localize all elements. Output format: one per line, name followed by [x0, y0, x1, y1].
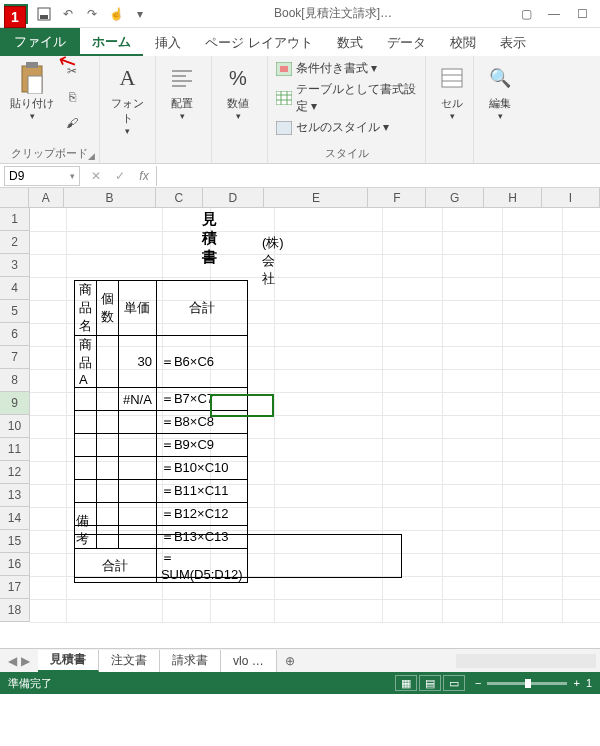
font-icon: A [112, 62, 144, 94]
row-header-11[interactable]: 11 [0, 438, 30, 461]
row-header-3[interactable]: 3 [0, 254, 30, 277]
row-header-14[interactable]: 14 [0, 507, 30, 530]
col-header-E[interactable]: E [264, 188, 368, 207]
table-row[interactable]: 商品A30＝B6×C6 [75, 336, 248, 388]
svg-rect-1 [40, 15, 48, 19]
col-header-D[interactable]: D [203, 188, 265, 207]
table-row[interactable]: ＝B11×C11 [75, 480, 248, 503]
styles-group-label: スタイル [276, 144, 417, 163]
tab-insert[interactable]: 挿入 [143, 30, 193, 56]
copy-icon[interactable]: ⎘ [62, 86, 82, 108]
align-icon [166, 62, 198, 94]
col-header-I[interactable]: I [542, 188, 600, 207]
company-name[interactable]: (株)会社 [262, 234, 284, 288]
add-sheet-button[interactable]: ⊕ [277, 654, 303, 668]
table-row[interactable]: ＝B9×C9 [75, 434, 248, 457]
sheet-nav-prev-icon[interactable]: ◀ [8, 654, 17, 668]
zoom-out-icon[interactable]: − [475, 677, 481, 689]
row-header-17[interactable]: 17 [0, 576, 30, 599]
conditional-format-button[interactable]: 条件付き書式 ▾ [276, 60, 417, 77]
zoom-level[interactable]: 1 [586, 677, 592, 689]
row-header-4[interactable]: 4 [0, 277, 30, 300]
svg-rect-17 [442, 69, 462, 87]
table-row[interactable]: #N/A＝B7×C7 [75, 388, 248, 411]
cell-style-icon [276, 121, 292, 135]
sheet-tab-order[interactable]: 注文書 [99, 650, 160, 672]
row-header-10[interactable]: 10 [0, 415, 30, 438]
save-icon[interactable] [34, 4, 54, 24]
row-header-15[interactable]: 15 [0, 530, 30, 553]
name-box[interactable]: D9▾ [4, 166, 80, 186]
editing-button[interactable]: 🔍編集▾ [482, 60, 518, 123]
enter-formula-icon[interactable]: ✓ [108, 169, 132, 183]
memo-box[interactable] [74, 534, 402, 578]
sheet-nav-next-icon[interactable]: ▶ [21, 654, 30, 668]
col-header-H[interactable]: H [484, 188, 542, 207]
row-header-6[interactable]: 6 [0, 323, 30, 346]
tab-formulas[interactable]: 数式 [325, 30, 375, 56]
dialog-launcher-icon[interactable]: ◢ [88, 151, 95, 161]
fx-icon[interactable]: fx [132, 169, 156, 183]
col-header-A[interactable]: A [29, 188, 64, 207]
table-row[interactable]: ＝B10×C10 [75, 457, 248, 480]
font-button[interactable]: Aフォント▾ [108, 60, 147, 138]
formula-input[interactable] [156, 166, 600, 186]
zoom-slider[interactable] [487, 682, 567, 685]
row-header-2[interactable]: 2 [0, 231, 30, 254]
undo-icon[interactable]: ↶ [58, 4, 78, 24]
sheet-title[interactable]: 見積書 [202, 210, 217, 267]
row-header-16[interactable]: 16 [0, 553, 30, 576]
close-icon[interactable]: ☐ [568, 4, 596, 24]
row-header-5[interactable]: 5 [0, 300, 30, 323]
col-header-C[interactable]: C [156, 188, 202, 207]
view-page-layout-icon[interactable]: ▤ [419, 675, 441, 691]
format-as-table-button[interactable]: テーブルとして書式設定 ▾ [276, 81, 417, 115]
select-all-corner[interactable] [0, 188, 29, 207]
cell-styles-button[interactable]: セルのスタイル ▾ [276, 119, 417, 136]
col-header-B[interactable]: B [64, 188, 157, 207]
header-price[interactable]: 単価 [119, 281, 157, 336]
minimize-icon[interactable]: — [540, 4, 568, 24]
tab-review[interactable]: 校閲 [438, 30, 488, 56]
row-header-18[interactable]: 18 [0, 599, 30, 622]
tab-data[interactable]: データ [375, 30, 438, 56]
ribbon-options-icon[interactable]: ▢ [512, 4, 540, 24]
horizontal-scrollbar[interactable] [456, 654, 596, 668]
sheet-tab-estimate[interactable]: 見積書 [38, 650, 99, 672]
zoom-in-icon[interactable]: + [573, 677, 579, 689]
col-header-F[interactable]: F [368, 188, 426, 207]
table-row[interactable]: ＝B8×C8 [75, 411, 248, 434]
row-header-9[interactable]: 9 [0, 392, 30, 415]
view-normal-icon[interactable]: ▦ [395, 675, 417, 691]
percent-icon: % [222, 62, 254, 94]
row-header-8[interactable]: 8 [0, 369, 30, 392]
qat-dropdown-icon[interactable]: ▾ [130, 4, 150, 24]
tab-home[interactable]: ホーム [80, 30, 143, 56]
cells-group-label [434, 159, 465, 163]
paste-button[interactable]: 貼り付け▾ [8, 60, 56, 123]
cells-button[interactable]: セル▾ [434, 60, 470, 123]
cancel-formula-icon[interactable]: ✕ [84, 169, 108, 183]
header-name[interactable]: 商品名 [75, 281, 97, 336]
sheet-tab-vlo[interactable]: vlo … [221, 650, 277, 672]
row-header-12[interactable]: 12 [0, 461, 30, 484]
row-header-13[interactable]: 13 [0, 484, 30, 507]
view-page-break-icon[interactable]: ▭ [443, 675, 465, 691]
table-row[interactable]: ＝B12×C12 [75, 503, 248, 526]
sheet-tab-invoice[interactable]: 請求書 [160, 650, 221, 672]
number-button[interactable]: %数値▾ [220, 60, 256, 123]
col-header-G[interactable]: G [426, 188, 484, 207]
header-total[interactable]: 合計 [156, 281, 247, 336]
header-qty[interactable]: 個数 [97, 281, 119, 336]
tab-page-layout[interactable]: ページ レイアウト [193, 30, 325, 56]
status-ready: 準備完了 [8, 676, 52, 691]
format-painter-icon[interactable]: 🖌 [62, 112, 82, 134]
callout-number: 1 [4, 6, 26, 28]
row-header-1[interactable]: 1 [0, 208, 30, 231]
tab-view[interactable]: 表示 [488, 30, 538, 56]
row-header-7[interactable]: 7 [0, 346, 30, 369]
clipboard-icon [16, 62, 48, 94]
touch-icon[interactable]: ☝ [106, 4, 126, 24]
align-button[interactable]: 配置▾ [164, 60, 200, 123]
redo-icon[interactable]: ↷ [82, 4, 102, 24]
